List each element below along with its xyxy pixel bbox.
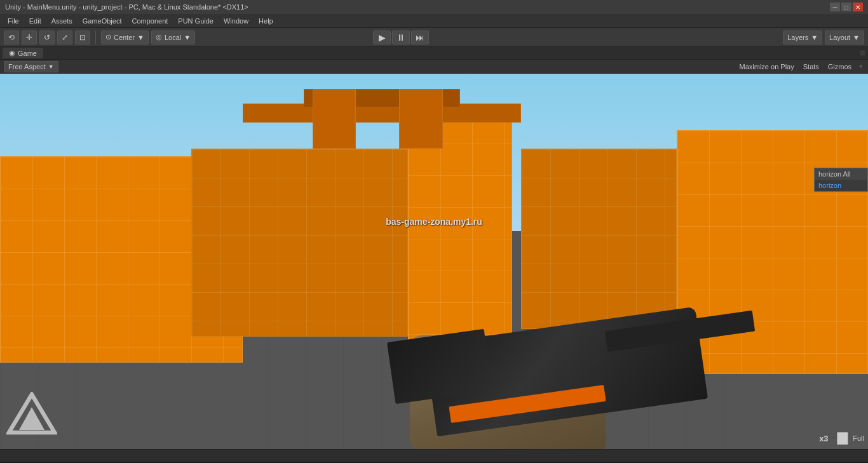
aspect-label: Free Aspect [8,63,46,70]
toolbar-btn-4[interactable]: ⤢ [57,30,72,44]
window-controls: ─ □ ✕ [830,3,863,11]
layout-dropdown[interactable]: Layout ▼ [825,30,864,44]
menu-component[interactable]: Component [126,16,173,26]
gizmos-btn[interactable]: Gizmos [825,62,854,71]
layers-chevron: ▼ [811,34,818,41]
play-button[interactable]: ▶ [373,30,391,44]
menu-bar: File Edit Assets GameObject Component PU… [0,14,868,28]
aspect-chevron: ▼ [48,64,54,70]
wall-back-left [191,149,409,337]
toolbar-btn-1[interactable]: ⟲ [4,30,19,44]
horizon-item[interactable]: horizon [815,180,867,191]
local-icon: ◎ [156,33,162,41]
center-icon: ⊙ [105,33,111,41]
game-tabbar: ◉ Game ☰ [0,47,868,60]
crossbeam-v2 [399,89,442,149]
crossbeam-v1 [313,89,356,149]
stats-btn[interactable]: Stats [801,62,822,71]
status-bar [0,449,868,462]
tab-options[interactable]: ☰ [860,50,865,57]
horizon-dropdown: horizon All horizon [814,168,868,192]
close-button[interactable]: ✕ [853,3,863,11]
multiplier-badge: x3 [819,434,828,443]
menu-pun-guide[interactable]: PUN Guide [173,16,219,26]
maximize-button[interactable]: □ [841,3,851,11]
game-tab[interactable]: ◉ Game [3,48,43,58]
window-title: Unity - MainMenu.unity - unity_project -… [5,3,248,11]
local-dropdown[interactable]: ◎ Local ▼ [151,30,195,44]
maximize-on-play-btn[interactable]: Maximize on Play [737,62,797,71]
game-toolbar-right: Maximize on Play Stats Gizmos ▼ [737,62,864,71]
menu-window[interactable]: Window [219,16,254,26]
toolbar-btn-2[interactable]: ✛ [22,30,37,44]
layout-label: Layout [829,34,850,41]
local-label: Local [165,34,181,41]
watermark: bas-game-zona.my1.ru [386,217,482,227]
menu-file[interactable]: File [3,16,24,26]
game-tab-icon: ◉ [9,49,15,57]
stats-right: x3 ▐█ Full [819,433,864,444]
layers-dropdown[interactable]: Layers ▼ [783,30,822,44]
play-controls: ▶ ⏸ ⏭ [373,30,429,44]
menu-assets[interactable]: Assets [46,16,78,26]
menu-gameobject[interactable]: GameObject [78,16,127,26]
game-viewport: bas-game-zona.my1.ru 01 horizon All hori… [0,74,868,449]
center-label: Center [114,34,135,41]
layout-chevron: ▼ [853,34,860,41]
minimize-button[interactable]: ─ [830,3,840,11]
game-tab-label: Game [18,50,37,57]
title-bar: Unity - MainMenu.unity - unity_project -… [0,0,868,14]
full-label: Full [853,434,864,442]
pause-button[interactable]: ⏸ [392,30,410,44]
center-dropdown[interactable]: ⊙ Center ▼ [101,30,149,44]
toolbar-btn-3[interactable]: ↺ [39,30,55,44]
layers-label: Layers [787,34,808,41]
menu-help[interactable]: Help [254,16,278,26]
game-toolbar: Free Aspect ▼ Maximize on Play Stats Giz… [0,60,868,74]
unity-logo [6,392,57,443]
toolbar: ⟲ ✛ ↺ ⤢ ⊡ ⊙ Center ▼ ◎ Local ▼ ▶ ⏸ ⏭ Lay… [0,28,868,47]
weapon-container [391,243,782,449]
center-chevron: ▼ [137,34,144,41]
menu-edit[interactable]: Edit [24,16,46,26]
local-chevron: ▼ [184,34,191,41]
horizon-header: horizon All [815,168,867,180]
layers-section: Layers ▼ Layout ▼ [783,30,864,44]
toolbar-btn-5[interactable]: ⊡ [75,30,90,44]
horizon-header-text: horizon All [818,170,851,178]
aspect-dropdown[interactable]: Free Aspect ▼ [4,61,58,72]
step-button[interactable]: ⏭ [411,30,429,44]
separator-1 [95,31,96,44]
bars-icon: ▐█ [834,433,848,444]
toolbar-more[interactable]: ▼ [858,63,864,70]
